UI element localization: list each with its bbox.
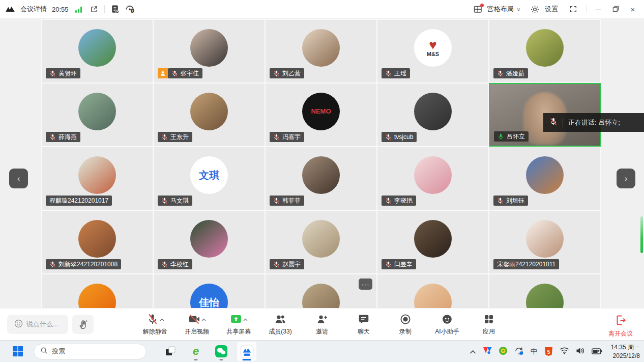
toolbar-button-invite[interactable]: 邀请 (307, 313, 337, 336)
toolbar-button-label: AI小助手 (435, 327, 459, 336)
search-placeholder: 搜索 (52, 347, 65, 356)
sync-tray-icon[interactable] (514, 346, 524, 357)
svg-text:T: T (131, 9, 133, 12)
participant-tile-刘乙营[interactable]: 刘乙营 (265, 19, 377, 83)
leave-meeting-button[interactable]: 离开会议 (608, 314, 633, 338)
prev-page-button[interactable]: ‹ (9, 169, 28, 188)
participant-tile[interactable] (489, 274, 601, 308)
participant-nameplate: 韩菲菲 (270, 196, 304, 206)
html5-tray-icon[interactable]: 5 (544, 347, 553, 356)
participant-tile-赵晨宇[interactable]: 赵晨宇 (265, 210, 377, 274)
toolbar-button-record[interactable]: 录制 (391, 313, 420, 336)
participant-tile-王东升[interactable]: 王东升 (153, 83, 265, 147)
avatar-text: NEMO (311, 108, 331, 115)
participant-avatar (414, 93, 452, 130)
participant-tile[interactable]: ··· (265, 274, 377, 308)
chevron-up-icon[interactable] (201, 314, 206, 323)
participant-tile[interactable]: 佳怡 (153, 274, 265, 308)
participant-tile-潘娅茹[interactable]: 潘娅茹 (489, 19, 601, 83)
interpretation-security-icon[interactable]: T (125, 4, 135, 14)
participant-tile[interactable] (377, 274, 489, 308)
tile-more-button[interactable]: ··· (359, 279, 372, 290)
participant-tile-王瑶[interactable]: ♥M&S王瑶 (377, 19, 489, 83)
participant-nameplate: 吕怀立 (494, 131, 529, 142)
pop-out-icon[interactable] (89, 4, 99, 14)
avatar-glyph: ♥ (429, 38, 436, 51)
quick-message-input[interactable]: 说点什么... (7, 315, 68, 334)
battery-icon[interactable] (592, 347, 602, 356)
chevron-up-icon[interactable] (160, 314, 164, 323)
settings-gear-icon[interactable] (530, 4, 540, 14)
participant-nameplate: 闫昱辛 (382, 259, 416, 269)
toolbar-button-ai[interactable]: AI小助手 (432, 313, 462, 336)
toolbar-button-label: 开启视频 (185, 327, 209, 336)
participant-tile-薛海燕[interactable]: 薛海燕 (41, 83, 153, 147)
toolbar-button-chat[interactable]: 聊天 (349, 313, 378, 336)
taskbar-search-input[interactable]: 搜索 (34, 344, 147, 359)
layout-selector[interactable]: 宫格布局 (487, 5, 514, 14)
participant-avatar: 文琪 (190, 156, 228, 194)
safety-360-tray-icon[interactable] (499, 346, 508, 357)
scrollbar-thumb[interactable] (640, 216, 643, 253)
network-signal-icon[interactable] (74, 4, 84, 14)
muted-mic-icon (161, 134, 168, 141)
participant-tile-闫昱辛[interactable]: 闫昱辛 (377, 210, 489, 274)
participant-tile-马文琪[interactable]: 文琪马文琪 (153, 147, 265, 210)
restore-button[interactable] (609, 5, 622, 14)
settings-button[interactable]: 设置 (545, 5, 558, 14)
participant-tile-tvsjcub[interactable]: tvsjcub (377, 83, 489, 147)
taskbar-clock[interactable]: 14:35 周一 2025/12/8 (611, 343, 640, 359)
layout-icon[interactable] (474, 5, 482, 14)
toolbar-button-share-screen[interactable]: 共享屏幕 (224, 313, 253, 336)
chevron-down-icon[interactable]: ∨ (517, 7, 520, 12)
toolbar-button-label: 邀请 (316, 327, 328, 336)
participant-tile-张宇佳[interactable]: 张宇佳 (153, 19, 265, 83)
minimize-button[interactable]: ─ (592, 5, 604, 14)
task-view-button[interactable] (161, 342, 180, 361)
participant-name: 吕怀立 (507, 132, 525, 141)
start-button[interactable] (8, 342, 27, 361)
next-page-button[interactable]: › (617, 169, 635, 188)
participant-tile-韩菲菲[interactable]: 韩菲菲 (265, 147, 377, 210)
participant-tile-黄贤环[interactable]: 黄贤环 (41, 19, 153, 83)
participant-grid: 黄贤环张宇佳刘乙营♥M&S王瑶潘娅茹薛海燕王东升NEMO冯嘉宇tvsjcub吕怀… (41, 19, 601, 308)
input-method-indicator[interactable]: 中 (531, 347, 538, 356)
browser-360-icon[interactable]: e (186, 342, 206, 361)
meeting-notes-icon[interactable] (110, 4, 120, 14)
fullscreen-icon[interactable] (568, 4, 578, 14)
participant-tile-李校红[interactable]: 李校红 (153, 210, 265, 274)
muted-mic-icon (49, 261, 56, 268)
participant-tile-冯嘉宇[interactable]: NEMO冯嘉宇 (265, 83, 377, 147)
raise-hand-button[interactable]: + (72, 315, 94, 334)
quick-message-placeholder: 说点什么... (26, 320, 58, 329)
participant-name: 赵晨宇 (282, 260, 301, 269)
participant-tile-程麒璇242120201017[interactable]: 程麒璇242120201017 (41, 147, 153, 210)
chevron-up-icon[interactable] (243, 314, 248, 323)
participant-avatar (414, 156, 452, 194)
participant-tile-刘新翠242120201008[interactable]: 刘新翠242120201008 (41, 210, 153, 274)
meeting-details-link[interactable]: 会议详情 (20, 5, 47, 14)
participant-tile-宋馨雨242120201011[interactable]: 宋馨雨242120201011 (489, 210, 601, 274)
wechat-icon[interactable] (212, 342, 231, 361)
participant-name: 闫昱辛 (394, 260, 413, 269)
wifi-icon[interactable] (560, 347, 569, 356)
participant-tile-刘垣钰[interactable]: 刘垣钰 (489, 147, 601, 210)
avatar-text: M&S (427, 51, 439, 58)
close-button[interactable]: × (627, 5, 639, 14)
participant-tile-李晓艳[interactable]: 李晓艳 (377, 147, 489, 210)
participant-tile[interactable] (41, 274, 153, 308)
muted-mic-icon (273, 134, 280, 141)
participant-avatar (302, 284, 340, 308)
toolbar-button-apps[interactable]: 应用 (474, 313, 504, 336)
participant-avatar (190, 220, 228, 258)
meeting-app-taskbar-icon[interactable] (237, 342, 256, 361)
toolbar-button-cam-off[interactable]: 开启视频 (182, 313, 212, 336)
avatar-text: 文琪 (199, 170, 219, 181)
toolbar-button-mic-off[interactable]: 解除静音 (140, 313, 170, 336)
participant-nameplate: 马文琪 (158, 196, 192, 206)
tencent-video-tray-icon[interactable] (483, 347, 492, 356)
tray-expand-icon[interactable] (470, 347, 476, 356)
share-screen-icon (230, 313, 242, 327)
volume-icon[interactable] (576, 347, 585, 357)
toolbar-button-members[interactable]: 成员(33) (266, 313, 295, 336)
